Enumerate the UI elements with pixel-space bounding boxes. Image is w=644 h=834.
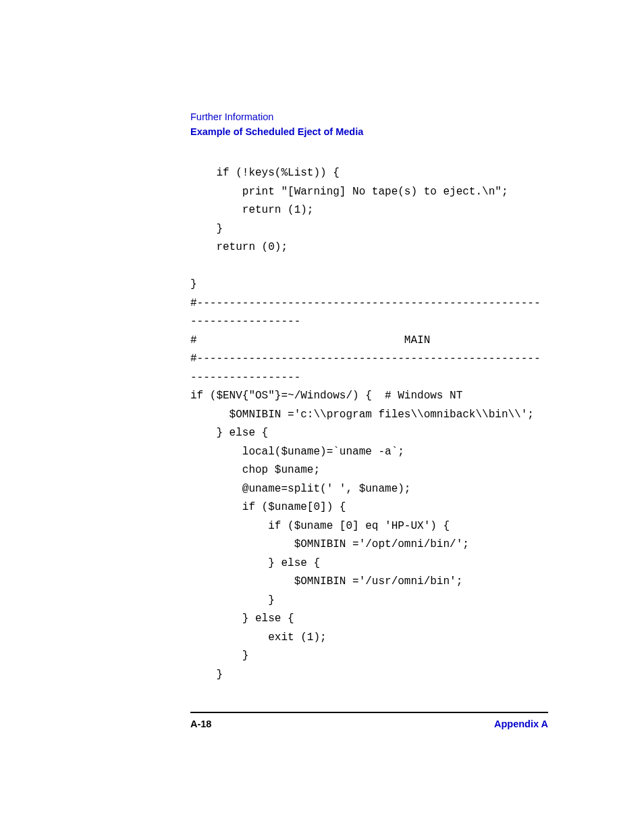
footer-rule xyxy=(190,712,548,713)
page-footer: A-18 Appendix A xyxy=(190,719,548,729)
page-content: Further Information Example of Scheduled… xyxy=(190,111,548,684)
section-header: Further Information xyxy=(190,111,548,122)
subsection-header: Example of Scheduled Eject of Media xyxy=(190,126,548,137)
appendix-label: Appendix A xyxy=(494,719,548,729)
code-block: if (!keys(%List)) { print "[Warning] No … xyxy=(190,164,548,684)
page-number: A-18 xyxy=(190,719,211,729)
